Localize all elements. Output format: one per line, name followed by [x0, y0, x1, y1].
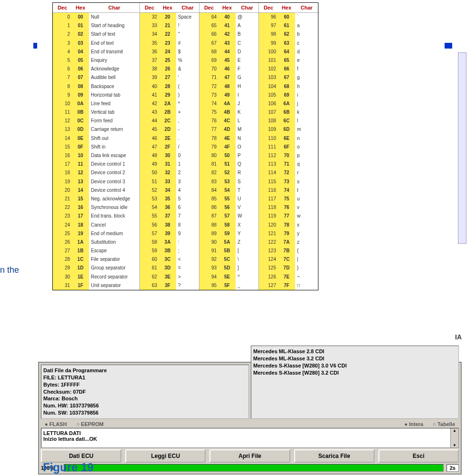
ascii-hex: 40 [218, 13, 236, 21]
ascii-char: M [236, 125, 258, 134]
ascii-dec: 0 [53, 13, 72, 21]
ascii-dec: 88 [199, 221, 218, 229]
radio-flash[interactable]: FLASH [45, 421, 67, 427]
ascii-dec: 91 [199, 247, 218, 255]
ascii-hex: 0C [72, 117, 89, 125]
ascii-dec: 20 [53, 186, 72, 195]
esci-button[interactable]: Esci [378, 449, 459, 463]
ascii-char: I [236, 91, 258, 99]
ascii-char: e [295, 56, 318, 65]
ascii-dec: 84 [199, 186, 218, 195]
ascii-char: V [236, 203, 258, 212]
ascii-hex: 18 [72, 221, 89, 229]
vehicle-item[interactable]: Mercedes S-Klasse [W280] 3.2 CDI [253, 369, 456, 377]
ascii-hex: 5B [218, 247, 236, 255]
ascii-dec: 101 [259, 56, 278, 65]
ascii-dec: 36 [140, 48, 159, 56]
ascii-char: | [295, 255, 318, 264]
ascii-hex: 6D [278, 125, 295, 134]
ascii-hex: 69 [278, 91, 295, 99]
ascii-char: Start of heading [89, 21, 139, 30]
ascii-char: # [176, 39, 199, 48]
radio-tabelle[interactable]: Tabelle [433, 421, 455, 427]
ascii-hex: 01 [72, 21, 89, 30]
ascii-hex: 56 [218, 203, 236, 212]
ascii-hex: 39 [159, 229, 176, 238]
ascii-dec: 25 [53, 229, 72, 238]
ascii-dec: 18 [53, 169, 72, 177]
radio-eeprom[interactable]: EEPROM [76, 421, 103, 427]
ascii-char: A [236, 21, 258, 30]
ascii-char: Q [236, 160, 258, 169]
ascii-hex: 63 [278, 39, 295, 48]
ascii-char: z [295, 238, 318, 247]
log-line: LETTURA DATI [43, 430, 456, 436]
ascii-hex: 31 [159, 160, 176, 169]
ascii-char: Shift out [89, 134, 139, 143]
scarica-file-button[interactable]: Scarica File [294, 449, 375, 463]
ascii-hex: 43 [218, 39, 236, 48]
ascii-dec: 120 [259, 221, 278, 229]
ascii-hex: 47 [218, 73, 236, 82]
radio-intera[interactable]: Intera [405, 421, 424, 427]
page-cut-text: n the [0, 265, 19, 275]
ascii-dec: 74 [199, 99, 218, 108]
leggi-ecu-button[interactable]: Leggi ECU [125, 449, 206, 463]
ascii-hex: 36 [159, 203, 176, 212]
ascii-dec: 54 [140, 203, 159, 212]
ascii-dec: 106 [259, 99, 278, 108]
ascii-hex: 55 [218, 195, 236, 203]
ascii-dec: 87 [199, 212, 218, 220]
ascii-char: Device control 1 [89, 160, 139, 169]
ascii-dec: 32 [140, 13, 159, 21]
ascii-dec: 103 [259, 73, 278, 82]
scrollbar[interactable]: ▲▼ [450, 428, 458, 447]
ascii-dec: 28 [53, 255, 72, 264]
progress-time: 2s [446, 464, 459, 472]
ascii-char: l [295, 117, 318, 125]
ascii-hex: 7D [278, 264, 295, 272]
ascii-hex: 0D [72, 125, 89, 134]
ascii-char: n [295, 134, 318, 143]
ascii-dec: 102 [259, 65, 278, 73]
ascii-hex: 17 [72, 212, 89, 220]
vehicle-list[interactable]: Mercedes ML-Klasse 2.8 CDIMercedes ML-Kl… [251, 346, 459, 419]
ascii-dec: 4 [53, 48, 72, 56]
ascii-hex: 44 [218, 48, 236, 56]
ascii-dec: 113 [259, 160, 278, 169]
hw-row: Num. HW: 1037379856 [43, 402, 247, 409]
ascii-char: ^ [236, 273, 258, 281]
ascii-dec: 96 [259, 13, 278, 21]
ascii-hex: 33 [159, 178, 176, 186]
ascii-dec: 14 [53, 134, 72, 143]
ascii-char: { [295, 247, 318, 255]
ascii-char: U [236, 195, 258, 203]
checksum-row: Checksum: 07DF [43, 388, 247, 396]
ascii-dec: 119 [259, 212, 278, 220]
ascii-dec: 67 [199, 39, 218, 48]
ascii-hex: 6F [278, 143, 295, 151]
ascii-dec: 83 [199, 178, 218, 186]
ascii-char: v [295, 203, 318, 212]
ascii-dec: 69 [199, 56, 218, 65]
ascii-char: Vertical tab [89, 108, 139, 117]
vehicle-item[interactable]: Mercedes S-Klasse [W280] 3.0 V6 CDI [253, 362, 456, 369]
ascii-dec: 100 [259, 48, 278, 56]
ascii-hex: 4B [218, 108, 236, 117]
ascii-hex: 62 [278, 30, 295, 39]
ascii-hex: 21 [159, 21, 176, 30]
ascii-hex: 32 [159, 169, 176, 177]
ascii-dec: 89 [199, 229, 218, 238]
ascii-hex: 10 [72, 151, 89, 160]
apri-file-button[interactable]: Apri File [209, 449, 290, 463]
vehicle-item[interactable]: Mercedes ML-Klasse 2.8 CDI [253, 348, 456, 355]
vehicle-item[interactable]: Mercedes ML-Klasse 3.2 CDI [253, 355, 456, 362]
ascii-hex: 77 [278, 212, 295, 220]
ascii-char: & [176, 65, 199, 73]
ascii-char: j [295, 99, 318, 108]
ascii-hex: 73 [278, 178, 295, 186]
ascii-dec: 78 [199, 134, 218, 143]
ascii-hex: 35 [159, 195, 176, 203]
ascii-char: 4 [176, 186, 199, 195]
ascii-char: Space [176, 13, 199, 21]
